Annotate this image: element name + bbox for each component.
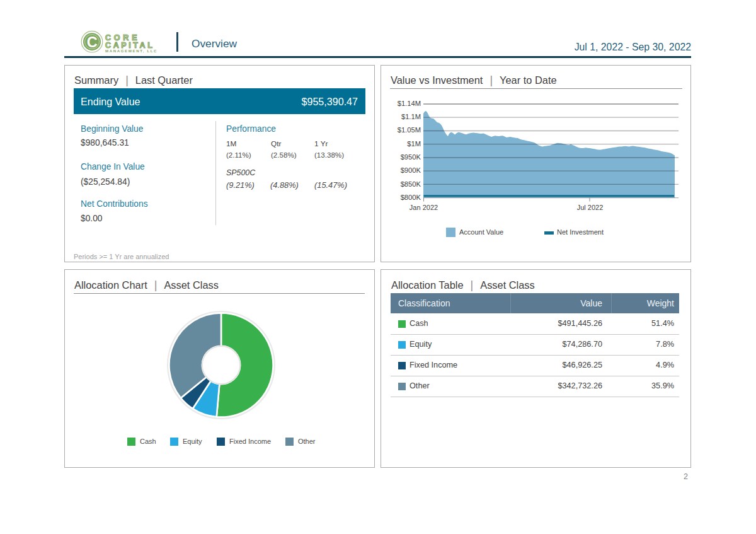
svg-text:C: C bbox=[87, 34, 98, 50]
